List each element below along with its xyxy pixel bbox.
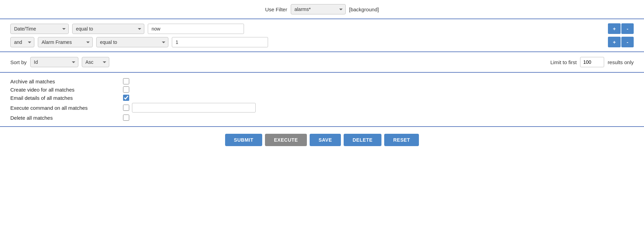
filter-value-1[interactable] (148, 24, 244, 34)
filter-section: Date/Time Alarm Frames Id Name equal to … (0, 19, 644, 52)
action-label-execute: Execute command on all matches (10, 105, 120, 111)
execute-button[interactable]: EXECUTE (265, 134, 307, 146)
actions-section: Archive all matches Create video for all… (0, 73, 644, 127)
filter-operator-2[interactable]: equal to not equal to less than greater … (96, 37, 168, 47)
limit-input[interactable] (580, 57, 604, 67)
sort-field-select[interactable]: Id Name Date/Time Alarm Frames (30, 57, 78, 67)
action-execute-command-input[interactable] (132, 103, 256, 113)
filter-and-select-2[interactable]: and or (10, 37, 34, 47)
action-row-delete: Delete all matches (10, 115, 634, 121)
action-row-archive: Archive all matches (10, 78, 634, 84)
filter-remove-button-2[interactable]: - (621, 37, 634, 47)
delete-button[interactable]: DELETE (344, 134, 381, 146)
filter-operator-1[interactable]: equal to not equal to less than greater … (72, 24, 144, 34)
action-checkbox-email[interactable] (123, 95, 129, 101)
filter-value-2[interactable] (172, 37, 268, 47)
use-filter-label: Use Filter (265, 7, 287, 12)
action-checkbox-archive[interactable] (123, 78, 129, 84)
action-row-email: Email details of all matches (10, 95, 634, 101)
filter-remove-button-1[interactable]: - (621, 23, 634, 34)
results-label: results only (608, 59, 634, 65)
filter-add-button-1[interactable]: + (608, 23, 621, 34)
filter-field-type-1[interactable]: Date/Time Alarm Frames Id Name (10, 24, 69, 34)
action-label-archive: Archive all matches (10, 79, 120, 84)
sort-label: Sort by (10, 59, 27, 65)
filter-row-1-buttons: + - (608, 23, 634, 34)
filter-row-2-buttons: + - (608, 37, 634, 47)
action-checkbox-delete[interactable] (123, 115, 129, 121)
sort-direction-select[interactable]: Asc Desc (82, 57, 109, 67)
reset-button[interactable]: RESET (384, 134, 419, 146)
filter-row-2: and or Alarm Frames Date/Time Id Name eq… (10, 37, 634, 47)
page-wrapper: Use Filter alarms* [background] Date/Tim… (0, 0, 644, 153)
filter-row-1: Date/Time Alarm Frames Id Name equal to … (10, 23, 634, 34)
action-label-email: Email details of all matches (10, 95, 120, 101)
filter-field-type-2[interactable]: Alarm Frames Date/Time Id Name (38, 37, 93, 47)
limit-label: Limit to first (550, 59, 577, 65)
bottom-buttons: SUBMIT EXECUTE SAVE DELETE RESET (0, 127, 644, 153)
action-checkbox-execute[interactable] (123, 105, 129, 111)
save-button[interactable]: SAVE (310, 134, 341, 146)
filter-add-button-2[interactable]: + (608, 37, 621, 47)
action-label-delete: Delete all matches (10, 115, 120, 121)
sort-limit-row: Sort by Id Name Date/Time Alarm Frames A… (0, 52, 644, 73)
submit-button[interactable]: SUBMIT (225, 134, 263, 146)
action-label-video: Create video for all matches (10, 87, 120, 93)
use-filter-select[interactable]: alarms* (291, 4, 346, 14)
background-tag: [background] (349, 7, 379, 12)
action-row-execute: Execute command on all matches (10, 103, 634, 113)
use-filter-row: Use Filter alarms* [background] (0, 0, 644, 19)
action-checkbox-video[interactable] (123, 86, 129, 93)
action-row-video: Create video for all matches (10, 86, 634, 93)
